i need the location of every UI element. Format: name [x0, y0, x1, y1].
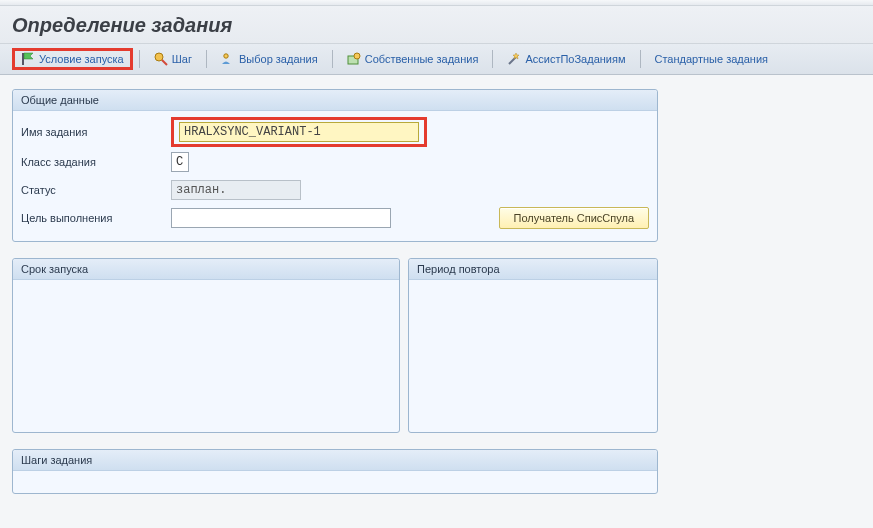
people-select-icon — [221, 52, 235, 66]
toolbar-label: Условие запуска — [39, 53, 124, 65]
separator — [206, 50, 207, 68]
exectgt-label: Цель выполнения — [21, 212, 171, 224]
groupbox-title: Общие данные — [13, 90, 657, 111]
job-select-button[interactable]: Выбор задания — [213, 49, 326, 69]
toolbar-label: Шаг — [172, 53, 192, 65]
groupbox-title: Шаги задания — [13, 450, 657, 471]
jobclass-input[interactable] — [171, 152, 189, 172]
jobname-highlight — [171, 117, 427, 147]
wand-icon — [507, 52, 521, 66]
spool-recipient-button[interactable]: Получатель СписСпула — [499, 207, 649, 229]
toolbar-label: Собственные задания — [365, 53, 479, 65]
exec-target-input[interactable] — [171, 208, 391, 228]
start-term-group: Срок запуска — [12, 258, 400, 433]
jobclass-label: Класс задания — [21, 156, 171, 168]
toolbar-label: Стандартные задания — [655, 53, 769, 65]
jobname-input[interactable] — [179, 122, 419, 142]
general-data-group: Общие данные Имя задания Класс задания С… — [12, 89, 658, 242]
flag-icon — [21, 52, 35, 66]
title-area: Определение задания — [0, 6, 873, 43]
status-label: Статус — [21, 184, 171, 196]
svg-rect-0 — [22, 53, 24, 65]
toolbar-label: Выбор задания — [239, 53, 318, 65]
status-field — [171, 180, 301, 200]
groupbox-title: Срок запуска — [13, 259, 399, 280]
std-jobs-button[interactable]: Стандартные задания — [647, 50, 777, 68]
toolbar-label: АссистПоЗаданиям — [525, 53, 625, 65]
own-jobs-button[interactable]: Собственные задания — [339, 49, 487, 69]
groupbox-title: Период повтора — [409, 259, 657, 280]
period-group: Период повтора — [408, 258, 658, 433]
page-title: Определение задания — [12, 14, 861, 37]
jobname-label: Имя задания — [21, 126, 171, 138]
start-condition-button[interactable]: Условие запуска — [12, 48, 133, 70]
job-wizard-button[interactable]: АссистПоЗаданиям — [499, 49, 633, 69]
separator — [332, 50, 333, 68]
separator — [492, 50, 493, 68]
separator — [640, 50, 641, 68]
step-icon — [154, 52, 168, 66]
separator — [139, 50, 140, 68]
app-toolbar: Условие запуска Шаг Выбор задания Собств… — [0, 43, 873, 75]
svg-point-2 — [224, 54, 228, 58]
own-jobs-icon — [347, 52, 361, 66]
step-button[interactable]: Шаг — [146, 49, 200, 69]
svg-point-1 — [155, 53, 163, 61]
svg-point-4 — [354, 53, 360, 59]
job-steps-group: Шаги задания — [12, 449, 658, 494]
